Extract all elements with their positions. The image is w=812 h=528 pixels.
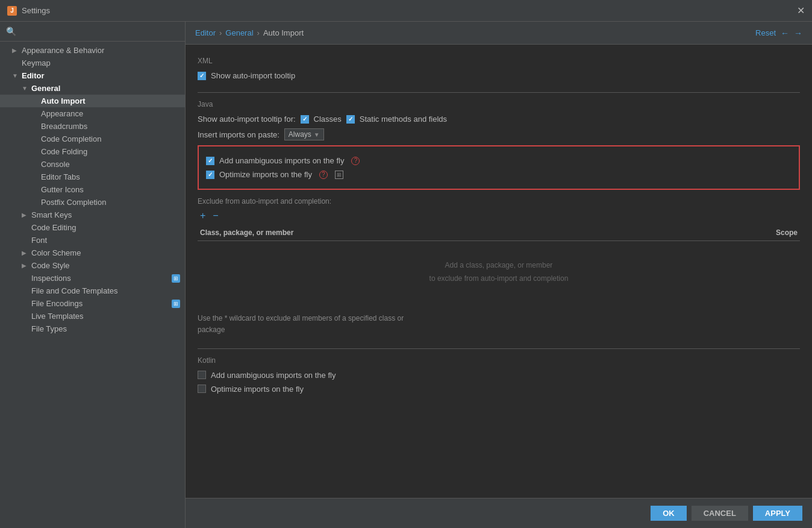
sidebar-item-general[interactable]: ▼ General: [0, 82, 185, 95]
sidebar-item-code-style[interactable]: ▶ Code Style: [0, 259, 185, 272]
java-kotlin-divider: [198, 348, 800, 349]
arrow-icon: ▶: [22, 212, 29, 218]
optimize-imports-checkbox[interactable]: [206, 171, 214, 179]
sidebar-item-label: Code Folding: [41, 147, 87, 156]
breadcrumb-sep1: ›: [219, 28, 222, 37]
optimize-imports-help-icon[interactable]: ?: [319, 171, 328, 179]
sidebar-item-live-templates[interactable]: ▶ Live Templates: [0, 310, 185, 322]
title-bar: J Settings ✕: [0, 0, 812, 22]
xml-show-tooltip-label: Show auto-import tooltip: [211, 71, 295, 80]
java-section-label: Java: [198, 100, 800, 108]
sidebar: 🔍 ▶ Appearance & Behavior ▶ Keymap ▼ Edi…: [0, 22, 186, 528]
kotlin-optimize-imports-label: Optimize imports on the fly: [211, 385, 304, 394]
table-col-scope-header: Scope: [740, 227, 800, 238]
sidebar-item-label: Code Style: [31, 261, 70, 270]
sidebar-item-smart-keys[interactable]: ▶ Smart Keys: [0, 209, 185, 221]
java-static-checkbox[interactable]: [346, 115, 355, 124]
sidebar-item-label: Code Completion: [41, 134, 101, 143]
sidebar-item-label: Smart Keys: [31, 210, 72, 219]
sidebar-item-code-folding[interactable]: ▶ Code Folding: [0, 145, 185, 158]
breadcrumb-sep2: ›: [257, 28, 260, 37]
sidebar-item-label: File and Code Templates: [31, 286, 118, 295]
sidebar-item-label: Appearance: [41, 109, 83, 118]
sidebar-item-label: Postfix Completion: [41, 198, 106, 207]
highlighted-options-box: Add unambiguous imports on the fly ? Opt…: [198, 145, 800, 190]
arrow-icon: ▼: [12, 72, 19, 79]
add-exclude-button[interactable]: +: [198, 209, 208, 222]
sidebar-item-editor[interactable]: ▼ Editor: [0, 69, 185, 82]
optimize-imports-copy-icon[interactable]: ⊞: [335, 171, 343, 179]
wildcard-line1: Use the * wildcard to exclude all member…: [198, 314, 404, 322]
sidebar-item-label: Live Templates: [31, 312, 83, 321]
empty-line1: Add a class, package, or member: [445, 261, 553, 269]
xml-java-divider: [198, 92, 800, 93]
xml-show-tooltip-row: Show auto-import tooltip: [198, 71, 800, 80]
wildcard-line2: package: [198, 325, 225, 334]
sidebar-item-auto-import[interactable]: ▶ Auto Import: [0, 95, 185, 107]
sidebar-item-label: Auto Import: [41, 96, 86, 105]
table-col-class-header: Class, package, or member: [198, 227, 740, 238]
sidebar-item-console[interactable]: ▶ Console: [0, 158, 185, 171]
sidebar-item-inspections[interactable]: ▶ Inspections ⊞: [0, 272, 185, 284]
breadcrumb: Editor › General › Auto Import: [195, 28, 304, 37]
sidebar-item-file-code-templates[interactable]: ▶ File and Code Templates: [0, 284, 185, 297]
kotlin-add-unambiguous-checkbox[interactable]: [198, 371, 206, 379]
exclude-table-header: Class, package, or member Scope: [198, 225, 800, 241]
kotlin-optimize-imports-checkbox[interactable]: [198, 385, 206, 393]
kotlin-add-unambiguous-row: Add unambiguous imports on the fly: [198, 371, 800, 380]
java-classes-checkbox[interactable]: [301, 115, 309, 124]
cancel-button[interactable]: CANCEL: [692, 506, 748, 521]
sidebar-item-label: Appearance & Behavior: [22, 46, 104, 55]
sidebar-item-file-types[interactable]: ▶ File Types: [0, 322, 185, 335]
add-unambiguous-label: Add unambiguous imports on the fly: [219, 156, 344, 165]
sidebar-item-code-completion[interactable]: ▶ Code Completion: [0, 133, 185, 145]
xml-show-tooltip-checkbox[interactable]: [198, 72, 206, 80]
inspections-badge: ⊞: [172, 274, 180, 283]
arrow-icon: ▶: [22, 250, 29, 256]
sidebar-item-breadcrumbs[interactable]: ▶ Breadcrumbs: [0, 120, 185, 133]
window-title: Settings: [22, 6, 50, 15]
insert-imports-dropdown[interactable]: Always ▼: [284, 128, 324, 140]
java-static-label: Static methods and fields: [360, 115, 447, 124]
sidebar-item-postfix-completion[interactable]: ▶ Postfix Completion: [0, 196, 185, 209]
add-unambiguous-help-icon[interactable]: ?: [351, 157, 360, 165]
breadcrumb-bar: Editor › General › Auto Import Reset ← →: [186, 22, 812, 45]
remove-exclude-button[interactable]: −: [210, 209, 220, 222]
back-button[interactable]: ←: [781, 28, 789, 38]
xml-section-label: XML: [198, 57, 800, 65]
java-classes-label: Classes: [314, 115, 342, 124]
sidebar-item-keymap[interactable]: ▶ Keymap: [0, 57, 185, 69]
sidebar-item-font[interactable]: ▶ Font: [0, 234, 185, 247]
sidebar-item-label: General: [31, 84, 60, 93]
breadcrumb-editor[interactable]: Editor: [195, 28, 216, 37]
sidebar-item-label: File Types: [31, 324, 67, 333]
optimize-imports-row: Optimize imports on the fly ? ⊞: [206, 170, 792, 179]
sidebar-item-label: Editor: [22, 71, 45, 80]
empty-line2: to exclude from auto-import and completi…: [429, 274, 569, 283]
sidebar-item-color-scheme[interactable]: ▶ Color Scheme: [0, 247, 185, 259]
sidebar-item-file-encodings[interactable]: ▶ File Encodings ⊞: [0, 297, 185, 310]
sidebar-item-appearance[interactable]: ▶ Appearance: [0, 107, 185, 120]
encodings-badge: ⊞: [172, 300, 180, 308]
reset-button[interactable]: Reset: [755, 28, 776, 37]
sidebar-item-appearance-behavior[interactable]: ▶ Appearance & Behavior: [0, 44, 185, 57]
sidebar-item-gutter-icons[interactable]: ▶ Gutter Icons: [0, 183, 185, 196]
arrow-icon: ▶: [12, 47, 19, 54]
apply-button[interactable]: APPLY: [753, 506, 802, 521]
exclude-section: Exclude from auto-import and completion:…: [198, 197, 800, 303]
breadcrumb-general[interactable]: General: [225, 28, 253, 37]
sidebar-item-label: Gutter Icons: [41, 185, 84, 194]
sidebar-item-label: Keymap: [22, 58, 51, 68]
arrow-icon: ▶: [22, 262, 29, 269]
sidebar-item-editor-tabs[interactable]: ▶ Editor Tabs: [0, 171, 185, 183]
sidebar-item-label: Editor Tabs: [41, 172, 80, 181]
settings-content: XML Show auto-import tooltip Java Show a…: [186, 45, 812, 498]
add-unambiguous-checkbox[interactable]: [206, 157, 214, 165]
footer: OK CANCEL APPLY: [186, 498, 812, 528]
sidebar-item-label: Code Editing: [31, 223, 76, 232]
ok-button[interactable]: OK: [651, 506, 687, 521]
close-button[interactable]: ✕: [797, 5, 805, 16]
sidebar-item-code-editing[interactable]: ▶ Code Editing: [0, 221, 185, 234]
search-icon: 🔍: [6, 27, 16, 36]
forward-button[interactable]: →: [794, 28, 802, 38]
